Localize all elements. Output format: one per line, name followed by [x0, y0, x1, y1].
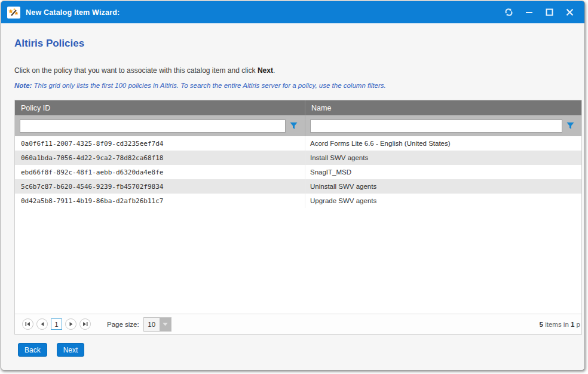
- title-bar: New Catalog Item Wizard:: [1, 1, 584, 23]
- name-cell: Acord Forms Lite 6.6 - English (United S…: [305, 136, 581, 151]
- window-title: New Catalog Item Wizard:: [26, 8, 120, 17]
- instruction-post: .: [273, 66, 275, 75]
- instruction-pre: Click on the policy that you want to ass…: [14, 66, 258, 75]
- current-page-button[interactable]: 1: [51, 318, 62, 330]
- name-filter-cell: [305, 115, 581, 136]
- policy-id-cell: 0a0f6f11-2007-4325-8f09-cd3235eef7d4: [15, 136, 305, 151]
- last-page-button[interactable]: [79, 318, 91, 330]
- table-row[interactable]: 5c6b7c87-b620-4546-9239-fb45702f9834 Uni…: [15, 179, 581, 194]
- pager-summary-mid: items in: [543, 321, 571, 328]
- policy-id-cell: 0d42a5b8-7911-4b19-86ba-d2afb26b11c7: [15, 194, 305, 208]
- wizard-app-icon: [7, 7, 20, 19]
- grid-header-row: Policy ID Name: [15, 100, 581, 115]
- column-header-policy-id[interactable]: Policy ID: [15, 100, 305, 115]
- table-row[interactable]: 0a0f6f11-2007-4325-8f09-cd3235eef7d4 Aco…: [15, 136, 581, 151]
- page-size-value: 10: [144, 318, 160, 331]
- first-page-button[interactable]: [22, 318, 33, 330]
- page-size-dropdown-arrow-icon[interactable]: [160, 318, 171, 331]
- name-cell: Install SWV agents: [305, 151, 581, 165]
- policy-id-cell: 5c6b7c87-b620-4546-9239-fb45702f9834: [15, 179, 305, 194]
- pager-summary: 5 items in 1 p: [540, 321, 580, 328]
- instruction-text: Click on the policy that you want to ass…: [14, 66, 571, 75]
- policies-grid: Policy ID Name: [14, 100, 582, 335]
- grid-filter-row: [15, 115, 581, 136]
- next-page-button[interactable]: [65, 318, 76, 330]
- table-row[interactable]: 0d42a5b8-7911-4b19-86ba-d2afb26b11c7 Upg…: [15, 194, 581, 208]
- policy-id-filter-icon[interactable]: [286, 119, 301, 133]
- name-cell: Uninstall SWV agents: [305, 179, 581, 194]
- policy-id-cell: 060a1bda-7056-4d22-9ca2-78d82ca68f18: [15, 151, 305, 165]
- page-title: Altiris Policies: [14, 38, 571, 50]
- note-label: Note:: [14, 82, 32, 89]
- minimize-button[interactable]: [520, 5, 538, 20]
- name-filter-input[interactable]: [310, 119, 562, 133]
- grid-body: 0a0f6f11-2007-4325-8f09-cd3235eef7d4 Aco…: [15, 136, 581, 208]
- previous-page-button[interactable]: [36, 318, 48, 330]
- name-cell: Upgrade SWV agents: [305, 194, 581, 208]
- content-area: Altiris Policies Click on the policy tha…: [1, 23, 584, 335]
- name-filter-icon[interactable]: [562, 119, 578, 133]
- grid-pager: 1 Page size: 10 5 items in 1 p: [15, 314, 581, 334]
- column-header-name[interactable]: Name: [305, 100, 581, 115]
- pager-summary-tail: p: [574, 321, 580, 328]
- wizard-footer: Back Next: [1, 335, 584, 370]
- policy-id-cell: ebd66f8f-892c-48f1-aebb-d6320da4e8fe: [15, 165, 305, 179]
- policy-id-filter-cell: [15, 115, 305, 136]
- table-row[interactable]: 060a1bda-7056-4d22-9ca2-78d82ca68f18 Ins…: [15, 151, 581, 165]
- name-cell: SnagIT_MSD: [305, 165, 581, 179]
- page-size-dropdown[interactable]: 10: [143, 317, 172, 332]
- maximize-button[interactable]: [540, 5, 558, 20]
- policy-id-filter-input[interactable]: [20, 119, 286, 133]
- wizard-window: New Catalog Item Wizard: Altiris Policie…: [1, 1, 585, 370]
- grid-empty-area: [15, 208, 581, 314]
- table-row[interactable]: ebd66f8f-892c-48f1-aebb-d6320da4e8fe Sna…: [15, 165, 581, 179]
- next-button[interactable]: Next: [57, 343, 85, 357]
- note-text: Note: This grid only lists the first 100…: [14, 82, 571, 89]
- refresh-button[interactable]: [500, 5, 517, 20]
- page-size-label: Page size:: [107, 321, 139, 328]
- close-button[interactable]: [561, 5, 578, 20]
- instruction-next-emphasis: Next: [258, 66, 273, 75]
- back-button[interactable]: Back: [18, 343, 47, 357]
- note-body: This grid only lists the first 100 polic…: [32, 82, 385, 89]
